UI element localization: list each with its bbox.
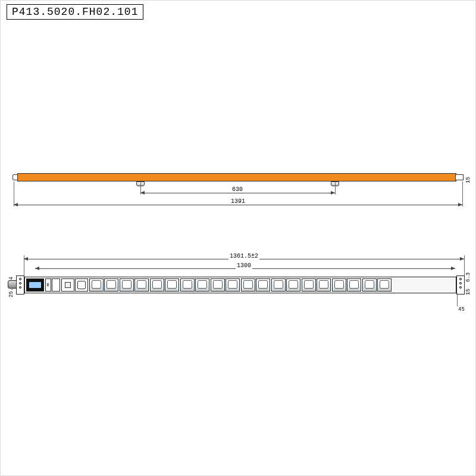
dim-arrow-630	[140, 193, 335, 193]
outlet-number-strip	[243, 289, 253, 291]
outlet-number-strip	[364, 289, 375, 291]
mount-hole	[459, 286, 462, 289]
outlet-number-strip	[334, 289, 345, 291]
outlet-face-icon	[304, 280, 314, 289]
outlet-face-icon	[243, 280, 253, 289]
dim-tick	[462, 181, 463, 206]
outlet-face-icon	[183, 280, 192, 289]
top-view-body	[17, 173, 456, 181]
outlet-number-strip	[197, 289, 208, 291]
outlet	[377, 278, 392, 292]
mount-hole	[19, 278, 21, 280]
outlet-face-icon	[152, 280, 162, 289]
dim-label-15: 15	[465, 177, 471, 183]
dim-tick	[464, 255, 465, 277]
dim-arrow-1391	[14, 205, 462, 205]
outlet	[317, 278, 331, 292]
outlet-number-strip	[227, 289, 238, 291]
outlet	[256, 278, 270, 292]
outlet	[165, 278, 179, 292]
outlet-face-icon	[365, 280, 374, 289]
outlet	[120, 278, 134, 292]
mount-ear-right	[456, 275, 465, 295]
outlet-face-icon	[213, 280, 223, 289]
mount-hole	[459, 278, 462, 280]
outlet	[226, 278, 240, 292]
outlet-face-icon	[228, 280, 237, 289]
front-view: 1361.5±2 1300 24 25.9 6.3 15 B 45	[7, 255, 471, 315]
outlet-number-strip	[167, 289, 177, 291]
mount-hole	[19, 282, 21, 284]
dim-label-45: 45	[457, 306, 466, 312]
outlet-number-strip	[379, 289, 390, 291]
outlet-face-icon	[289, 280, 298, 289]
outlet	[134, 278, 149, 292]
top-view: 630 1391 15	[7, 173, 471, 227]
top-right-cap	[455, 174, 464, 180]
outlet-number-strip	[136, 289, 147, 291]
outlet-face-icon	[319, 280, 328, 289]
outlet-face-icon	[137, 280, 146, 289]
outlet	[362, 278, 377, 292]
outlet	[211, 278, 225, 292]
display-module	[26, 278, 44, 292]
outlet-face-icon	[92, 280, 101, 289]
outlet-number-strip	[349, 289, 359, 291]
dim-tick	[335, 181, 336, 195]
label-b-module: B	[45, 278, 51, 292]
outlet-number-strip	[152, 289, 162, 291]
outlet-number-strip	[91, 289, 102, 291]
dim-label-1391: 1391	[230, 198, 246, 205]
outlet	[195, 278, 209, 292]
outlet	[180, 278, 195, 292]
outlet-number-strip	[273, 289, 284, 291]
outlet-face-icon	[349, 280, 359, 289]
dim-label-6.3: 6.3	[465, 273, 471, 282]
outlet-face-icon	[380, 280, 389, 289]
outlet-face-icon	[274, 280, 283, 289]
outlet	[89, 278, 104, 292]
outlet	[241, 278, 255, 292]
dim-label-15r: 15	[465, 289, 471, 295]
outlet-number-strip	[318, 289, 329, 291]
outlet-face-icon	[198, 280, 207, 289]
dim-tick	[457, 293, 458, 306]
outlet-number-strip	[182, 289, 193, 291]
outlet-number-strip	[288, 289, 299, 291]
outlet	[271, 278, 286, 292]
lcd-icon	[29, 282, 41, 288]
outlet-number-strip	[106, 289, 117, 291]
mount-hole	[19, 286, 21, 289]
front-view-body: B	[24, 277, 456, 293]
ethernet-module	[61, 278, 74, 292]
iec-inlet-icon	[77, 281, 86, 289]
outlet-face-icon	[334, 280, 344, 289]
dim-label-630: 630	[231, 186, 244, 193]
outlet	[332, 278, 346, 292]
mount-ear-left	[16, 275, 24, 295]
outlet-face-icon	[258, 280, 268, 289]
label-b: B	[46, 283, 49, 287]
part-number-box: P413.5020.FH02.101	[7, 4, 143, 20]
outlet	[150, 278, 164, 292]
dim-label-1361.5: 1361.5±2	[228, 253, 259, 259]
mount-hole	[459, 282, 462, 284]
outlet	[104, 278, 118, 292]
outlet-number-strip	[258, 289, 268, 291]
button-module	[52, 278, 60, 292]
outlet-face-icon	[107, 280, 116, 289]
rj45-icon	[65, 282, 71, 288]
outlet-number-strip	[303, 289, 314, 291]
outlet	[347, 278, 361, 292]
inlet-module	[75, 278, 88, 292]
outlet	[286, 278, 300, 292]
outlet-face-icon	[122, 280, 131, 289]
outlet-face-icon	[167, 280, 177, 289]
outlet-number-strip	[212, 289, 223, 291]
dim-label-1300: 1300	[236, 262, 252, 269]
outlet	[302, 278, 316, 292]
part-number: P413.5020.FH02.101	[12, 6, 138, 18]
outlet-number-strip	[121, 289, 132, 291]
